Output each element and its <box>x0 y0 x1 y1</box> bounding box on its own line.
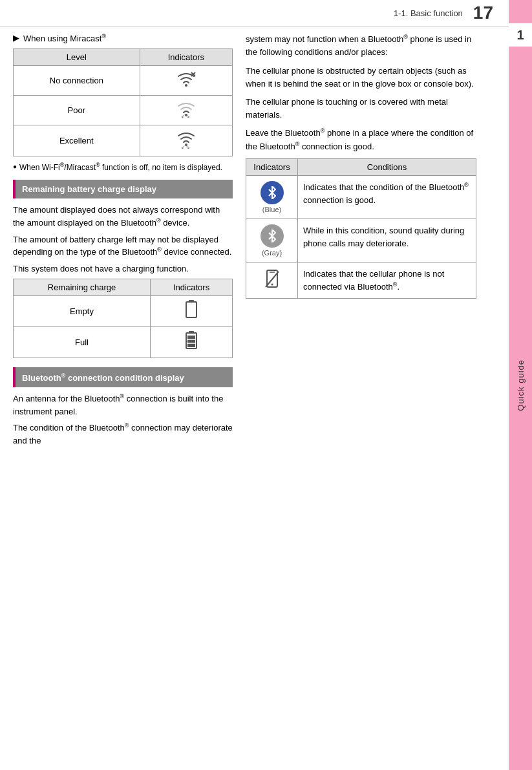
page-number: 17 <box>473 4 493 22</box>
bt-condition-2: While in this condition, sound quality d… <box>298 219 476 262</box>
table-row: (Gray) While in this condition, sound qu… <box>246 219 476 262</box>
battery-full-icon <box>185 331 198 350</box>
right-column: system may not function when a Bluetooth… <box>246 33 476 451</box>
svg-text:↙↘: ↙↘ <box>181 113 190 118</box>
svg-point-16 <box>271 284 273 286</box>
bt-icon-no-phone <box>246 262 298 299</box>
excellent-wifi-icon: ↙↘ <box>176 129 197 149</box>
miracast-note: ● When Wi-Fi®/Miracast® function is off,… <box>13 162 233 172</box>
bluetooth-gray-icon <box>261 224 284 248</box>
table-row: Excellent ↙↘ <box>14 125 233 156</box>
bt-blue-label: (Blue) <box>251 206 292 213</box>
right-para-3: Leave the Bluetooth® phone in a place wh… <box>246 127 476 153</box>
battery-col1-header: Remaining charge <box>14 279 151 296</box>
bt-condition-1: Indicates that the condition of the Blue… <box>298 176 476 219</box>
table-row: No connection <box>14 66 233 96</box>
bluetooth-condition-table: Indicators Conditions (Blue) <box>246 158 476 299</box>
chapter-tab: 1 Quick guide <box>509 0 532 770</box>
main-content: ▶ When using Miracast® Level Indicators … <box>0 27 509 457</box>
page-header: 1-1. Basic function 17 <box>0 0 532 27</box>
bluetooth-para-2: The condition of the Bluetooth® connecti… <box>13 422 233 447</box>
table-row: Indicates that the cellular phone is not… <box>246 262 476 299</box>
right-para-2: The cellular phone is touching or is cov… <box>246 96 476 122</box>
battery-label-empty: Empty <box>14 296 151 327</box>
tab-label: Quick guide <box>516 359 526 411</box>
battery-col2-header: Indicators <box>151 279 233 296</box>
table-row: Empty <box>14 296 233 327</box>
miracast-icon-3: ↙↘ <box>140 125 232 156</box>
left-column: ▶ When using Miracast® Level Indicators … <box>13 33 233 451</box>
bt-col1-header: Indicators <box>246 159 298 176</box>
right-para-1: The cellular phone is obstructed by cert… <box>246 65 476 91</box>
no-connection-wifi-icon <box>176 70 197 88</box>
miracast-table: Level Indicators No connection <box>13 48 233 156</box>
battery-para-2: The amount of battery charge left may no… <box>13 233 233 259</box>
bt-col2-header: Conditions <box>298 159 476 176</box>
chapter-title: 1-1. Basic function <box>394 8 463 18</box>
miracast-level-1: No connection <box>14 66 140 96</box>
battery-section-heading: Remaining battery charge display <box>13 180 233 198</box>
miracast-icon-2: ↙↘ <box>140 96 232 125</box>
right-intro: system may not function when a Bluetooth… <box>246 33 476 59</box>
bullet-icon: ● <box>13 163 17 170</box>
table-row: Poor ↙↘ <box>14 96 233 125</box>
battery-para-1: The amount displayed does not always cor… <box>13 204 233 229</box>
bluetooth-heading-text: Bluetooth® connection condition display <box>22 373 184 383</box>
bt-gray-label: (Gray) <box>251 249 292 257</box>
svg-point-0 <box>185 84 187 87</box>
bt-condition-3: Indicates that the cellular phone is not… <box>298 262 476 299</box>
bt-icon-gray: (Gray) <box>246 219 298 262</box>
svg-rect-11 <box>187 336 195 347</box>
miracast-col2-header: Indicators <box>140 49 232 66</box>
table-row: (Blue) Indicates that the condition of t… <box>246 176 476 219</box>
battery-table: Remaining charge Indicators Empty Full <box>13 279 233 358</box>
no-phone-icon <box>261 268 284 291</box>
bluetooth-blue-icon <box>261 181 284 204</box>
bt-icon-blue: (Blue) <box>246 176 298 219</box>
miracast-col1-header: Level <box>14 49 140 66</box>
arrow-bullet-icon: ▶ <box>13 33 19 43</box>
miracast-level-2: Poor <box>14 96 140 125</box>
battery-label-full: Full <box>14 327 151 358</box>
battery-empty-icon <box>185 300 198 319</box>
poor-wifi-icon: ↙↘ <box>176 100 197 118</box>
miracast-intro-text: When using Miracast® <box>23 33 106 43</box>
miracast-note-text: When Wi-Fi®/Miracast® function is off, n… <box>19 162 222 172</box>
battery-icon-empty <box>151 296 233 327</box>
battery-heading-text: Remaining battery charge display <box>22 184 156 194</box>
svg-text:↙↘: ↙↘ <box>181 144 190 149</box>
miracast-icon-1 <box>140 66 232 96</box>
bluetooth-para-1: An antenna for the Bluetooth® connection… <box>13 392 233 418</box>
bluetooth-section-heading: Bluetooth® connection condition display <box>13 367 233 387</box>
miracast-intro: ▶ When using Miracast® <box>13 33 233 43</box>
svg-rect-8 <box>186 302 197 317</box>
battery-para-3: This system does not have a charging fun… <box>13 262 233 275</box>
tab-number: 1 <box>509 23 532 47</box>
table-row: Full <box>14 327 233 358</box>
miracast-level-3: Excellent <box>14 125 140 156</box>
battery-icon-full <box>151 327 233 358</box>
